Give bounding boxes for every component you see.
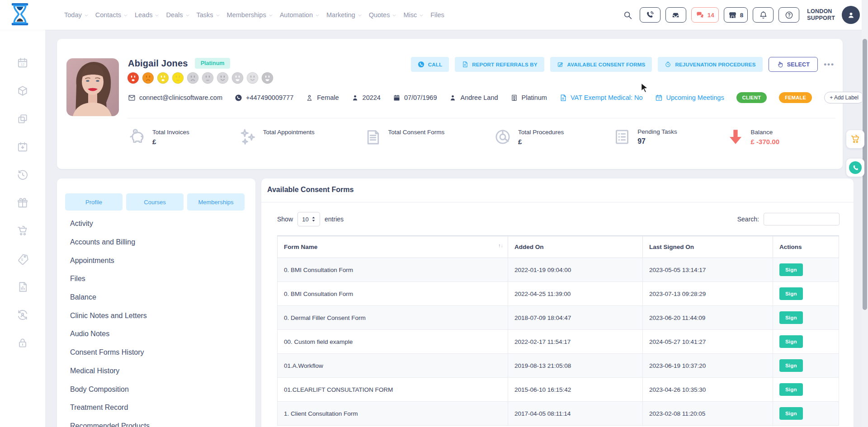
sign-button[interactable]: Sign [779, 407, 803, 420]
nav-item-contacts[interactable]: Contacts [95, 11, 128, 19]
sign-button[interactable]: Sign [779, 335, 803, 348]
mood-8-grin-icon[interactable] [231, 72, 244, 84]
inbox-button[interactable] [665, 7, 686, 23]
nav-item-today[interactable]: Today [64, 11, 89, 19]
nav-item-deals[interactable]: Deals [166, 11, 189, 19]
siderail-cart-icon[interactable] [16, 225, 29, 237]
chat-messages-button[interactable]: 14 [691, 7, 719, 23]
menu-item-treatment-record[interactable]: Treatment Record [70, 399, 251, 417]
history-icon [17, 169, 28, 181]
nav-item-files[interactable]: Files [430, 11, 444, 19]
menu-item-medical-history[interactable]: Medical History [70, 362, 251, 380]
calendar-12-icon: 12 [17, 57, 28, 69]
contact-upcoming-meetings[interactable]: 12Upcoming Meetings [655, 94, 724, 102]
mood-9-smile-icon[interactable] [246, 72, 259, 84]
cart-icon [850, 134, 860, 144]
contact-vat-exempt-medical-no[interactable]: VAT Exempt Medical: No [559, 94, 643, 102]
panel-title: Available Consent Forms [267, 186, 354, 194]
siderail-cube-icon[interactable] [16, 85, 29, 97]
help-button[interactable] [778, 7, 799, 23]
menu-item-accounts-and-billing[interactable]: Accounts and Billing [70, 233, 251, 252]
page-scrollbar-track [862, 0, 868, 427]
search-input[interactable] [764, 213, 840, 225]
menu-item-activity[interactable]: Activity [70, 215, 251, 233]
search-label: Search: [737, 216, 759, 223]
floating-cart-button[interactable] [846, 130, 864, 148]
menu-item-consent-forms-history[interactable]: Consent Forms History [70, 343, 251, 362]
menu-item-files[interactable]: Files [70, 270, 251, 288]
nav-item-automation[interactable]: Automation [280, 11, 320, 19]
add-label-button[interactable]: + Add Label [824, 92, 864, 103]
siderail-history-icon[interactable] [16, 169, 29, 181]
siderail-price-tag-icon[interactable]: $ [16, 253, 29, 265]
search-icon[interactable] [623, 10, 632, 20]
client-contact-row: connect@clinicsoftware.com+447490009777F… [128, 92, 832, 103]
column-header-added-on[interactable]: Added On [508, 236, 643, 258]
siderail-copy-pages-icon[interactable] [16, 113, 29, 125]
sign-button[interactable]: Sign [779, 287, 803, 300]
nav-item-label: Automation [280, 11, 313, 19]
sign-button[interactable]: Sign [779, 311, 803, 324]
whatsapp-phone-icon [849, 161, 862, 174]
mood-5-frown-icon[interactable] [187, 72, 199, 84]
siderail-calendar-import-icon[interactable] [16, 141, 29, 153]
nav-item-misc[interactable]: Misc [403, 11, 424, 19]
rejuvenation-procedures-button[interactable]: REJUVENATION PROCEDURES [658, 57, 762, 72]
nav-item-quotes[interactable]: Quotes [369, 11, 397, 19]
menu-item-audio-notes[interactable]: Audio Notes [70, 325, 251, 343]
phone-call-button[interactable] [640, 7, 660, 23]
mood-1-very-sad-icon[interactable] [127, 72, 139, 84]
mood-4-neutral-icon[interactable] [172, 72, 184, 84]
more-options-button[interactable]: ••• [824, 60, 835, 69]
clinic-logo-hourglass-icon[interactable] [11, 3, 29, 27]
nav-item-leads[interactable]: Leads [135, 11, 160, 19]
tab-courses[interactable]: Courses [126, 193, 184, 211]
nav-item-tasks[interactable]: Tasks [197, 11, 220, 19]
mood-6-flat-icon[interactable] [202, 72, 214, 84]
cell-added-on: 2015-06-10 16:15:42 [508, 378, 643, 402]
lock-icon [17, 337, 28, 349]
siderail-person-sync-icon[interactable] [16, 309, 29, 321]
help-icon [785, 11, 793, 19]
stat-total-consent-forms: Total Consent Forms [364, 128, 445, 146]
label-pill-female: FEMALE [779, 92, 812, 103]
mood-10-grin-icon[interactable] [261, 72, 274, 84]
siderail-lock-icon[interactable] [16, 337, 29, 349]
user-avatar[interactable] [842, 6, 860, 24]
column-header-actions[interactable]: Actions [773, 236, 839, 258]
nav-item-marketing[interactable]: Marketing [326, 11, 362, 19]
tab-memberships[interactable]: Memberships [187, 193, 245, 211]
menu-item-appointments[interactable]: Appointments [70, 251, 251, 270]
topbar-right-cluster: 14 8 LONDON SUPPORT [623, 0, 860, 30]
support-location-label: LONDON SUPPORT [807, 8, 835, 22]
store-button[interactable]: 8 [724, 7, 748, 23]
menu-item-body-composition[interactable]: Body Composition [70, 380, 251, 399]
sign-button[interactable]: Sign [779, 383, 803, 396]
menu-item-balance[interactable]: Balance [70, 288, 251, 307]
report-referrals-by-button[interactable]: REPORT REFERRALS BY [455, 57, 544, 72]
copy-pages-icon [17, 113, 28, 125]
sign-button[interactable]: Sign [779, 263, 803, 276]
tab-profile[interactable]: Profile [65, 193, 123, 211]
nav-item-label: Marketing [326, 11, 355, 19]
notifications-button[interactable] [753, 7, 774, 23]
mood-2-sad-icon[interactable] [142, 72, 154, 84]
select-button[interactable]: SELECT [769, 57, 818, 72]
siderail-calendar-12-icon[interactable]: 12 [16, 57, 29, 69]
nav-item-memberships[interactable]: Memberships [227, 11, 273, 19]
menu-item-clinic-notes-and-letters[interactable]: Clinic Notes and Letters [70, 306, 251, 325]
siderail-gift-icon[interactable] [16, 197, 29, 209]
page-size-select[interactable]: 10 [297, 212, 320, 226]
floating-call-button[interactable] [846, 159, 864, 177]
menu-item-recommended-products[interactable]: Recommended Products [70, 417, 251, 427]
sign-button[interactable]: Sign [779, 359, 803, 372]
column-header-last-signed-on[interactable]: Last Signed On [643, 236, 773, 258]
nav-item-label: Deals [166, 11, 183, 19]
call-button[interactable]: CALL [411, 57, 449, 72]
column-header-form-name[interactable]: Form Name↑↓ [278, 236, 508, 258]
mood-3-unhappy-icon[interactable] [157, 72, 169, 84]
mood-7-smile-icon[interactable] [217, 72, 229, 84]
chevron-down-icon [216, 13, 220, 18]
siderail-report-doc-icon[interactable] [16, 281, 29, 293]
available-consent-forms-button[interactable]: AVAILABLE CONSENT FORMS [550, 57, 652, 72]
